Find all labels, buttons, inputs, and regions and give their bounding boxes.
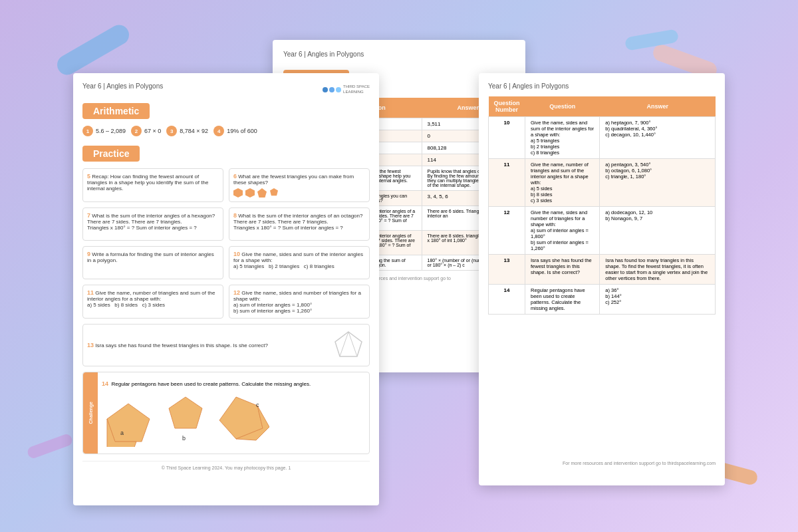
question-11: 11 Give the name, number of triangles an… <box>82 285 223 319</box>
q8-num: 8 <box>233 212 237 219</box>
q9-text: Write a formula for finding the sum of i… <box>87 251 214 263</box>
question-6: 6 What are the fewest triangles you can … <box>229 168 370 202</box>
challenge-section: Challenge 14 Regular pentagons have been… <box>82 372 370 454</box>
right-row-12: 12 Give the name, sides and number of tr… <box>489 207 716 255</box>
right-num-14: 14 <box>489 285 525 315</box>
pill-num-4: 4 <box>213 126 224 136</box>
q6-num: 6 <box>233 173 237 180</box>
right-q-14: Regular pentagons have been used to crea… <box>525 285 600 315</box>
arithmetic-pills: 1 5.6 – 2,089 2 67 × 0 3 8,784 × 92 4 19… <box>82 126 370 136</box>
question-5: 5 Recap: How can finding the fewest amou… <box>82 168 223 202</box>
q12-num: 12 <box>233 289 240 296</box>
question-13: 13 Isra says she has found the fewest tr… <box>82 324 370 366</box>
right-col-num: QuestionNumber <box>489 96 525 117</box>
challenge-label-text: Challenge <box>88 402 93 424</box>
challenge-label-bar: Challenge <box>83 372 98 454</box>
right-row-13: 13 Isra says she has found the fewest tr… <box>489 255 716 285</box>
answers-page-header: Year 6 | Angles in Polygons <box>283 51 515 58</box>
right-q-11: Give the name, number of triangles and s… <box>525 159 600 207</box>
q13-text: Isra says she has found the fewest trian… <box>95 342 268 348</box>
pill-4: 4 19% of 600 <box>213 126 257 136</box>
pentagon-svg-1: a <box>102 400 155 447</box>
q7-text: What is the sum of the interior angles o… <box>87 213 215 231</box>
pentagon-svg-3: c <box>216 394 269 447</box>
right-a-10: a) heptagon, 7, 900°b) quadrilateral, 4,… <box>600 117 716 159</box>
tsl-logo: THIRD SPACELEARNING <box>323 84 370 94</box>
right-q-10: Give the name, sides and sum of the inte… <box>525 117 600 159</box>
right-page-footer: For more resources and intervention supp… <box>488 315 716 466</box>
right-a-14: a) 36°b) 144°c) 252° <box>600 285 716 315</box>
svg-text:a: a <box>120 430 124 436</box>
pentagon-shape <box>257 188 267 198</box>
tsl-circle-blue <box>323 87 328 92</box>
pill-num-3: 3 <box>166 126 177 136</box>
main-page-footer: © Third Space Learning 2024. You may pho… <box>82 461 370 470</box>
pentagon-group-2: b <box>166 394 205 450</box>
right-a-13: Isra has found too many triangles in thi… <box>600 255 716 285</box>
q10-num: 10 <box>233 251 240 257</box>
q11-text: Give the name, number of triangles and s… <box>87 290 215 308</box>
practice-section-title: Practice <box>82 146 140 162</box>
q11-num: 11 <box>87 289 94 296</box>
q10-text: Give the name, sides and sum of the inte… <box>233 251 363 269</box>
pentagon-group-3: c <box>216 394 269 450</box>
right-q-13: Isra says she has found the fewest trian… <box>525 255 600 285</box>
q13-num: 13 <box>87 342 94 348</box>
q13-shape <box>332 329 365 362</box>
right-num-13: 13 <box>489 255 525 285</box>
pentagon-group-1: a <box>102 400 155 450</box>
right-answers-table: QuestionNumber Question Answer 10 Give t… <box>488 96 716 315</box>
hexagon-shape <box>233 188 243 198</box>
right-num-12: 12 <box>489 207 525 255</box>
practice-grid: 5 Recap: How can finding the fewest amou… <box>82 168 370 319</box>
q13-polygon-svg <box>332 329 365 362</box>
right-page-header: Year 6 | Angles in Polygons <box>488 82 716 90</box>
q14-num: 14 <box>102 380 108 387</box>
right-row-14: 14 Regular pentagons have been used to c… <box>489 285 716 315</box>
q7-num: 7 <box>87 212 90 219</box>
arithmetic-section-title: Arithmetic <box>82 103 150 119</box>
main-page-header: Year 6 | Angles in Polygons <box>82 82 163 90</box>
svg-text:b: b <box>182 435 186 442</box>
pill-2: 2 67 × 0 <box>131 126 161 136</box>
question-12: 12 Give the name, sides and number of tr… <box>229 285 370 319</box>
right-a-12: a) dodecagon, 12, 10b) Nonagon, 9, 7 <box>600 207 716 255</box>
right-num-10: 10 <box>489 117 525 159</box>
question-9: 9 Write a formula for finding the sum of… <box>82 246 223 279</box>
right-row-11: 11 Give the name, number of triangles an… <box>489 159 716 207</box>
q6-text: What are the fewest triangles you can ma… <box>233 174 354 186</box>
right-col-answer: Answer <box>600 96 716 117</box>
logo-area: Year 6 | Angles in Polygons THIRD SPACEL… <box>82 82 370 96</box>
q6-shapes <box>233 188 365 198</box>
tsl-circle-lightblue <box>329 87 334 92</box>
right-num-11: 11 <box>489 159 525 207</box>
svg-marker-3 <box>107 404 150 442</box>
pill-text-4: 19% of 600 <box>227 128 257 134</box>
tsl-logo-text: THIRD SPACELEARNING <box>343 84 370 94</box>
q14-pentagons: a b c <box>102 394 365 450</box>
pill-text-3: 8,784 × 92 <box>180 128 208 134</box>
q9-num: 9 <box>87 251 90 257</box>
tsl-circles <box>323 87 341 92</box>
q14-text: Regular pentagons have been used to crea… <box>111 381 311 387</box>
tsl-circle-sky <box>336 87 341 92</box>
question-10: 10 Give the name, sides and sum of the i… <box>229 246 370 279</box>
pages-container: Year 6 | Angles in Polygons Answers Ques… <box>33 33 765 512</box>
svg-marker-0 <box>335 332 362 356</box>
right-a-11: a) pentagon, 3, 540°b) octagon, 6, 1,080… <box>600 159 716 207</box>
right-row-10: 10 Give the name, sides and sum of the i… <box>489 117 716 159</box>
pill-text-2: 67 × 0 <box>144 128 161 134</box>
pentagon-svg-2: b <box>166 394 205 447</box>
pill-num-2: 2 <box>131 126 142 136</box>
q13-content: 13 Isra says she has found the fewest tr… <box>87 342 325 348</box>
pill-1: 1 5.6 – 2,089 <box>82 126 126 136</box>
octagon-shape <box>269 188 279 198</box>
pill-3: 3 8,784 × 92 <box>166 126 208 136</box>
q5-num: 5 <box>87 173 90 180</box>
q5-text: Recap: How can finding the fewest amount… <box>87 174 208 192</box>
right-col-question: Question <box>525 96 600 117</box>
hexagon-shape2 <box>245 188 255 198</box>
question-8: 8 What is the sum of the interior angles… <box>229 207 370 241</box>
question-7: 7 What is the sum of the interior angles… <box>82 207 223 241</box>
main-worksheet-page: Year 6 | Angles in Polygons THIRD SPACEL… <box>73 73 379 505</box>
